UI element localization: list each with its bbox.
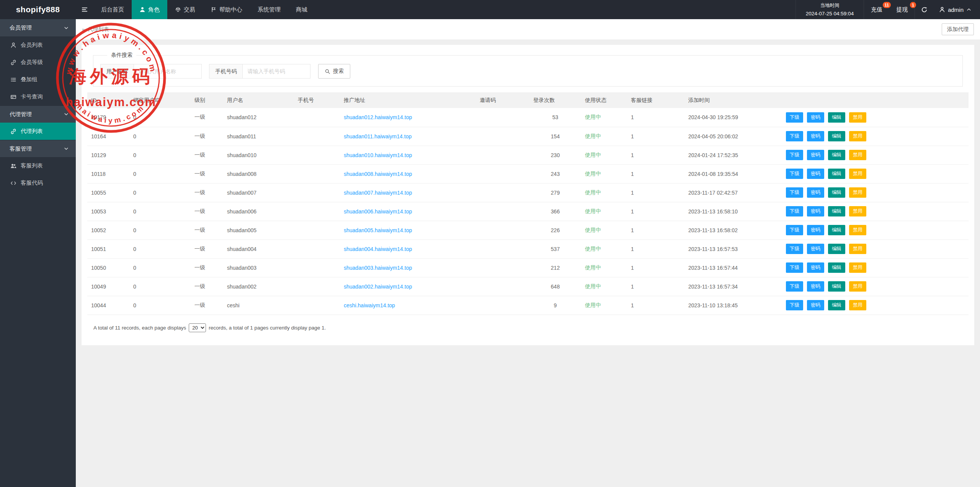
action-subordinate-button[interactable]: 下级 — [786, 112, 803, 123]
action-disable-button[interactable]: 禁用 — [849, 225, 866, 235]
sidebar-group-会员管理[interactable]: 会员管理 — [0, 19, 76, 36]
nav-item-帮助中心[interactable]: 帮助中心 — [203, 0, 250, 19]
action-password-button[interactable]: 密码 — [807, 150, 824, 160]
action-edit-button[interactable]: 编辑 — [828, 187, 845, 198]
promo-link[interactable]: shuadan011.haiwaiym14.top — [344, 133, 412, 139]
sidebar-item-卡号查询[interactable]: 卡号查询 — [0, 88, 76, 105]
sidebar-item-叠加组[interactable]: 叠加组 — [0, 71, 76, 88]
sidebar-item-客服列表[interactable]: 客服列表 — [0, 157, 76, 174]
flag-icon — [211, 7, 217, 13]
action-subordinate-button[interactable]: 下级 — [786, 150, 803, 160]
action-password-button[interactable]: 密码 — [807, 225, 824, 235]
action-edit-button[interactable]: 编辑 — [828, 244, 845, 254]
nav-item-label: 帮助中心 — [219, 6, 242, 13]
promo-link[interactable]: shuadan006.haiwaiym14.top — [344, 208, 412, 215]
action-password-button[interactable]: 密码 — [807, 244, 824, 254]
cell-bind-uid: 0 — [129, 277, 191, 296]
cell-level: 一级 — [191, 108, 223, 127]
refresh-button[interactable] — [915, 0, 934, 19]
action-disable-button[interactable]: 禁用 — [849, 206, 866, 216]
sidebar-item-会员等级[interactable]: 会员等级 — [0, 54, 76, 71]
action-subordinate-button[interactable]: 下级 — [786, 281, 803, 292]
action-password-button[interactable]: 密码 — [807, 112, 824, 123]
action-subordinate-button[interactable]: 下级 — [786, 244, 803, 254]
nav-item-角色[interactable]: 角色 — [132, 0, 167, 19]
action-edit-button[interactable]: 编辑 — [828, 262, 845, 273]
sidebar-item-会员列表[interactable]: 会员列表 — [0, 36, 76, 54]
nav-item-交易[interactable]: 交易 — [167, 0, 203, 19]
action-edit-button[interactable]: 编辑 — [828, 206, 845, 216]
action-subordinate-button[interactable]: 下级 — [786, 131, 803, 141]
action-edit-button[interactable]: 编辑 — [828, 225, 845, 235]
cell-created: 2023-11-13 16:58:02 — [684, 221, 782, 239]
add-agent-button[interactable]: 添加代理 — [942, 23, 974, 35]
action-disable-button[interactable]: 禁用 — [849, 131, 866, 141]
action-password-button[interactable]: 密码 — [807, 300, 824, 310]
action-password-button[interactable]: 密码 — [807, 262, 824, 273]
action-password-button[interactable]: 密码 — [807, 281, 824, 292]
cell-phone — [294, 277, 340, 296]
promo-link[interactable]: shuadan004.haiwaiym14.top — [344, 246, 412, 252]
promo-link[interactable]: shuadan008.haiwaiym14.top — [344, 171, 412, 177]
sidebar-group-代理管理[interactable]: 代理管理 — [0, 105, 76, 123]
action-subordinate-button[interactable]: 下级 — [786, 300, 803, 310]
promo-link[interactable]: ceshi.haiwaiym14.top — [344, 302, 395, 308]
action-edit-button[interactable]: 编辑 — [828, 112, 845, 123]
action-password-button[interactable]: 密码 — [807, 187, 824, 198]
cell-level: 一级 — [191, 239, 223, 258]
action-disable-button[interactable]: 禁用 — [849, 262, 866, 273]
breadcrumb: » 代理列表 — [82, 26, 109, 33]
promo-link[interactable]: shuadan010.haiwaiym14.top — [344, 152, 412, 158]
promo-link[interactable]: shuadan007.haiwaiym14.top — [344, 190, 412, 196]
phone-input[interactable] — [242, 64, 310, 79]
sidebar-item-代理列表[interactable]: 代理列表 — [0, 123, 76, 140]
action-subordinate-button[interactable]: 下级 — [786, 169, 803, 179]
cell-phone — [294, 258, 340, 277]
action-password-button[interactable]: 密码 — [807, 206, 824, 216]
withdraw-menu-item[interactable]: 提现 1 — [889, 0, 915, 19]
cell-bind-uid: 0 — [129, 146, 191, 164]
sidebar-group-客服管理[interactable]: 客服管理 — [0, 140, 76, 157]
action-subordinate-button[interactable]: 下级 — [786, 206, 803, 216]
cell-service-link: 1 — [627, 183, 684, 202]
action-subordinate-button[interactable]: 下级 — [786, 187, 803, 198]
recharge-menu-item[interactable]: 充值 11 — [864, 0, 889, 19]
cell-promo-url: shuadan002.haiwaiym14.top — [340, 277, 476, 296]
nav-item-系统管理[interactable]: 系统管理 — [250, 0, 288, 19]
page-size-select[interactable]: 20 — [189, 323, 206, 332]
nav-item-label: 后台首页 — [101, 6, 124, 13]
action-edit-button[interactable]: 编辑 — [828, 281, 845, 292]
action-password-button[interactable]: 密码 — [807, 169, 824, 179]
action-edit-button[interactable]: 编辑 — [828, 150, 845, 160]
action-disable-button[interactable]: 禁用 — [849, 112, 866, 123]
action-password-button[interactable]: 密码 — [807, 131, 824, 141]
action-subordinate-button[interactable]: 下级 — [786, 225, 803, 235]
user-menu[interactable]: admin — [934, 0, 980, 19]
promo-link[interactable]: shuadan003.haiwaiym14.top — [344, 265, 412, 271]
sidebar-toggle-button[interactable] — [76, 0, 93, 19]
action-edit-button[interactable]: 编辑 — [828, 300, 845, 310]
username-input[interactable] — [134, 64, 202, 79]
action-disable-button[interactable]: 禁用 — [849, 244, 866, 254]
action-disable-button[interactable]: 禁用 — [849, 281, 866, 292]
cell-login-count: 230 — [529, 146, 581, 164]
action-disable-button[interactable]: 禁用 — [849, 300, 866, 310]
action-subordinate-button[interactable]: 下级 — [786, 262, 803, 273]
action-disable-button[interactable]: 禁用 — [849, 150, 866, 160]
sidebar-item-客服代码[interactable]: 客服代码 — [0, 174, 76, 192]
code-icon — [10, 180, 16, 186]
action-edit-button[interactable]: 编辑 — [828, 131, 845, 141]
nav-item-商城[interactable]: 商城 — [288, 0, 315, 19]
sidebar-group-label: 会员管理 — [10, 24, 32, 31]
promo-link[interactable]: shuadan005.haiwaiym14.top — [344, 227, 412, 233]
agent-table-head: ID绑定用户ID级别用户名手机号推广地址邀请码登录次数使用状态客服链接添加时间 — [87, 92, 969, 108]
cell-bind-uid: 0 — [129, 164, 191, 183]
search-button[interactable]: 搜索 — [318, 64, 350, 79]
cell-created: 2024-01-24 17:52:35 — [684, 146, 782, 164]
promo-link[interactable]: shuadan002.haiwaiym14.top — [344, 284, 412, 290]
action-edit-button[interactable]: 编辑 — [828, 169, 845, 179]
action-disable-button[interactable]: 禁用 — [849, 187, 866, 198]
nav-item-后台首页[interactable]: 后台首页 — [93, 0, 132, 19]
promo-link[interactable]: shuadan012.haiwaiym14.top — [344, 114, 412, 120]
action-disable-button[interactable]: 禁用 — [849, 169, 866, 179]
